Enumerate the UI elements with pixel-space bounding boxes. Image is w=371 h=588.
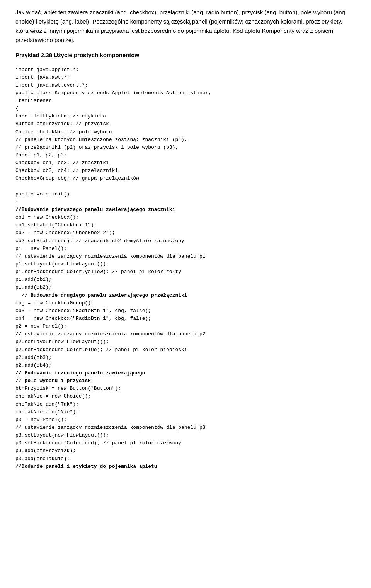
code-line: p1.setLayout(new FlowLayout()); bbox=[15, 260, 356, 268]
code-line: cb2.setState(true); // znacznik cb2 domy… bbox=[15, 237, 356, 245]
code-line: cb1.setLabel("Checkbox 1"); bbox=[15, 221, 356, 229]
code-line: // ustawienie zarządcy rozmieszczenia ko… bbox=[15, 253, 356, 260]
code-line: p3.setBackground(Color.red); // panel p1… bbox=[15, 439, 356, 447]
code-line: CheckboxGroup cbg; // grupa przełącznikó… bbox=[15, 175, 356, 182]
code-line: p2.add(cb4); bbox=[15, 362, 356, 369]
code-line: p1.add(cb1); bbox=[15, 276, 356, 284]
code-line: p3.setLayout(new FlowLayout()); bbox=[15, 432, 356, 439]
code-line: { bbox=[15, 105, 356, 112]
code-line: { bbox=[15, 198, 356, 206]
code-line: p3 = new Panel(); bbox=[15, 416, 356, 424]
code-line: Panel p1, p2, p3; bbox=[15, 151, 356, 159]
code-line: //Dodanie paneli i etykiety do pojemnika… bbox=[15, 463, 356, 471]
code-line: chcTakNie.add("Tak"); bbox=[15, 401, 356, 408]
code-line: p1 = new Panel(); bbox=[15, 245, 356, 253]
code-line: Label lblEtykieta; // etykieta bbox=[15, 112, 356, 120]
code-line: Choice chcTakNie; // pole wyboru bbox=[15, 128, 356, 136]
code-line: import java.awt.*; bbox=[15, 74, 356, 82]
code-line: p3.add(chcTakNie); bbox=[15, 455, 356, 463]
code-line: chcTakNie = new Choice(); bbox=[15, 393, 356, 400]
code-line: p1.setBackground(Color.yellow); // panel… bbox=[15, 268, 356, 276]
intro-paragraph: Jak widać, aplet ten zawiera znaczniki (… bbox=[15, 8, 356, 45]
code-line: chcTakNie.add("Nie"); bbox=[15, 408, 356, 416]
code-line: cb2 = new Checkbox("Checkbox 2"); bbox=[15, 229, 356, 237]
code-line: import java.applet.*; bbox=[15, 66, 356, 74]
code-line: p3.add(btnPrzycisk); bbox=[15, 447, 356, 455]
code-line: p2.setLayout(new FlowLayout()); bbox=[15, 338, 356, 346]
code-line: Checkbox cb3, cb4; // przełączniki bbox=[15, 167, 356, 175]
code-line: // Budowanie drugiego panelu zawierające… bbox=[15, 292, 356, 299]
code-line: Checkbox cb1, cb2; // znaczniki bbox=[15, 159, 356, 167]
code-line: btnPrzycisk = new Button("Button"); bbox=[15, 385, 356, 393]
code-line: p2.setBackground(Color.blue); // panel p… bbox=[15, 346, 356, 354]
code-line: cb4 = new Checkbox("RadioBtn 1", cbg, fa… bbox=[15, 315, 356, 323]
code-line: import java.awt.event.*; bbox=[15, 82, 356, 89]
code-line: p1.add(cb2); bbox=[15, 284, 356, 291]
code-line: // ustawienie zarządcy rozmieszczenia ko… bbox=[15, 424, 356, 432]
code-line: Button btnPrzycisk; // przycisk bbox=[15, 120, 356, 128]
code-line: // panele na których umieszczone zostaną… bbox=[15, 136, 356, 144]
code-line: // pole wyboru i przycisk bbox=[15, 377, 356, 385]
code-line: p2 = new Panel(); bbox=[15, 323, 356, 330]
code-block: import java.applet.*;import java.awt.*;i… bbox=[15, 66, 356, 471]
code-line: public class Komponenty extends Applet i… bbox=[15, 89, 356, 97]
code-line: cb1 = new Checkbox(); bbox=[15, 214, 356, 221]
code-line: // przełączniki (p2) oraz przycisk i pol… bbox=[15, 144, 356, 151]
code-line: ItemListener bbox=[15, 97, 356, 105]
example-title: Przykład 2.38 Użycie prostych komponentó… bbox=[15, 51, 356, 60]
code-line: // Budowanie trzeciego panelu zawierając… bbox=[15, 369, 356, 377]
code-line: cb3 = new Checkbox("RadioBtn 1", cbg, fa… bbox=[15, 307, 356, 315]
code-line: cbg = new CheckboxGroup(); bbox=[15, 299, 356, 307]
code-line: // ustawienie zarządcy rozmieszczenia ko… bbox=[15, 330, 356, 338]
code-line: public void init() bbox=[15, 190, 356, 198]
code-container: import java.applet.*;import java.awt.*;i… bbox=[15, 65, 356, 472]
code-line: //Budowanie pierwszego panelu zawierając… bbox=[15, 206, 356, 214]
code-line bbox=[15, 183, 356, 190]
code-line: p2.add(cb3); bbox=[15, 354, 356, 362]
